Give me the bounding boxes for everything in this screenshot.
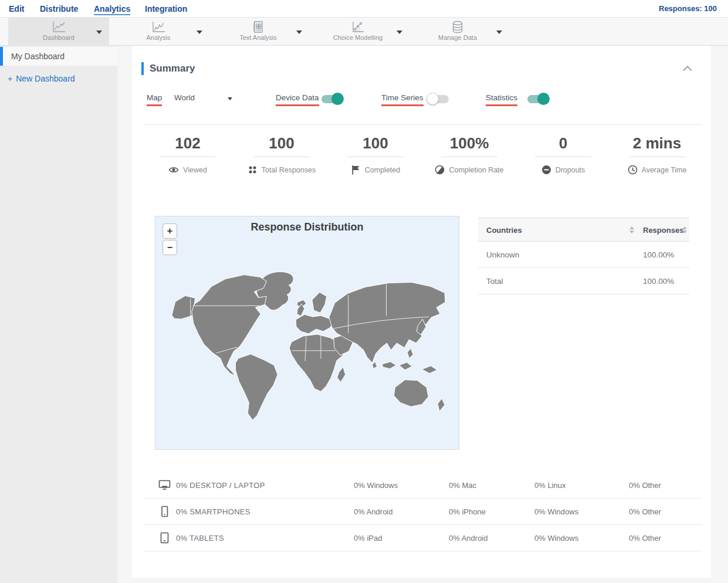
stat-value: 2 mins xyxy=(610,134,704,152)
map-sumatra xyxy=(382,362,397,369)
device-data-label[interactable]: Device Data xyxy=(276,93,319,106)
sort-icon[interactable] xyxy=(682,226,688,234)
sort-icon[interactable] xyxy=(629,226,635,234)
time-series-label[interactable]: Time Series xyxy=(381,93,424,106)
map-zoom-in-button[interactable]: + xyxy=(162,223,177,239)
database-icon xyxy=(450,21,465,33)
toolbar-manage-data-button[interactable]: Manage Data xyxy=(417,18,499,46)
responses-count: Responses: 100 xyxy=(659,2,717,15)
nav-item-analytics[interactable]: Analytics xyxy=(94,2,130,15)
stat-completed: 100 Completed xyxy=(329,134,422,175)
device-stat: 0% Windows xyxy=(534,525,578,551)
tablet-icon xyxy=(158,532,171,544)
stat-label: Viewed xyxy=(183,166,207,174)
device-data-toggle[interactable] xyxy=(321,95,343,103)
device-stat: 0% Windows xyxy=(354,472,398,499)
responses-column-header[interactable]: Responses xyxy=(643,218,683,242)
toolbar-analysis-label: Analysis xyxy=(117,34,199,41)
toolbar-manage-data-label: Manage Data xyxy=(417,34,499,41)
new-dashboard-label: New Dashboard xyxy=(16,74,75,83)
device-stat: 0% Other xyxy=(629,525,661,551)
toolbar-choice-modelling-button[interactable]: Choice Modelling xyxy=(317,18,399,46)
document-grid-icon xyxy=(250,21,266,33)
stat-average-time: 2 mins Average Time xyxy=(610,134,704,175)
toolbar-dashboard-label: Dashboard xyxy=(18,34,100,41)
nav-item-distribute[interactable]: Distribute xyxy=(40,2,78,15)
chevron-up-icon[interactable] xyxy=(682,66,693,72)
device-breakdown-table: 0% DESKTOP / LAPTOP 0% Windows 0% Mac 0%… xyxy=(144,472,702,551)
stat-label: Dropouts xyxy=(556,166,585,174)
nav-item-edit[interactable]: Edit xyxy=(9,2,24,15)
toggle-knob xyxy=(426,93,439,105)
stat-label: Average Time xyxy=(642,166,687,174)
stat-divider xyxy=(253,157,310,157)
table-row: 0% TABLETS 0% iPad 0% Android 0% Windows… xyxy=(144,525,702,551)
dashboard-dropdown-caret-icon[interactable] xyxy=(96,30,102,34)
device-stat: 0% Android xyxy=(449,525,488,551)
stat-value: 100 xyxy=(329,134,422,152)
toolbar-dashboard-button[interactable]: Dashboard xyxy=(18,18,100,46)
world-map[interactable] xyxy=(155,216,459,449)
device-stat: 0% iPad xyxy=(354,525,382,551)
summary-accent-bar xyxy=(141,62,144,75)
countries-table-header: Countries Responses xyxy=(478,218,689,242)
manage-data-dropdown-caret-icon[interactable] xyxy=(496,30,502,34)
table-row: 0% SMARTPHONES 0% Android 0% iPhone 0% W… xyxy=(144,499,702,525)
map-new-guinea xyxy=(422,366,437,374)
country-responses: 100.00% xyxy=(643,242,674,268)
map-region-select[interactable]: World xyxy=(174,93,195,102)
toggle-knob xyxy=(331,93,344,105)
map-madagascar xyxy=(337,367,346,382)
country-name: Unknown xyxy=(486,242,519,268)
analytics-toolbar: Dashboard Analysis Text Analysis xyxy=(0,18,728,46)
statistics-toggle[interactable] xyxy=(527,95,548,103)
device-category-label: 0% TABLETS xyxy=(176,525,224,551)
map-europe xyxy=(296,314,334,334)
stat-viewed: 102 Viewed xyxy=(141,134,235,175)
map-new-zealand xyxy=(438,398,445,411)
stat-dropouts: 0 Dropouts xyxy=(516,134,610,175)
desktop-icon xyxy=(158,479,171,491)
top-nav: Edit Distribute Analytics Integration Re… xyxy=(0,0,728,18)
dots-grid-icon xyxy=(248,165,258,175)
stat-value: 0 xyxy=(516,134,610,152)
stat-value: 100% xyxy=(422,134,516,152)
plus-icon: + xyxy=(8,74,12,83)
countries-column-header[interactable]: Countries xyxy=(486,218,522,242)
stat-divider xyxy=(160,157,216,157)
toolbar-choice-modelling-label: Choice Modelling xyxy=(317,34,399,41)
eye-icon xyxy=(168,165,179,175)
device-stat: 0% Mac xyxy=(449,472,476,499)
new-dashboard-button[interactable]: +New Dashboard xyxy=(8,74,75,83)
device-stat: 0% Windows xyxy=(534,499,578,525)
minus-circle-icon xyxy=(541,165,551,175)
stat-total-responses: 100 Total Responses xyxy=(235,134,329,175)
line-chart-icon xyxy=(151,21,166,33)
country-name: Total xyxy=(486,268,503,294)
toolbar-analysis-button[interactable]: Analysis xyxy=(117,18,199,46)
country-responses: 100.00% xyxy=(643,268,674,294)
response-distribution-map: Response Distribution + − xyxy=(155,216,459,450)
map-title: Response Distribution xyxy=(155,221,459,233)
map-zoom-out-button[interactable]: − xyxy=(162,240,177,255)
time-series-toggle[interactable] xyxy=(428,95,449,103)
map-region-caret-icon[interactable] xyxy=(228,97,232,100)
text-analysis-dropdown-caret-icon[interactable] xyxy=(296,30,302,34)
device-stat: 0% Other xyxy=(629,472,661,499)
stat-value: 102 xyxy=(141,134,235,152)
nav-item-integration[interactable]: Integration xyxy=(145,2,187,15)
map-philippines xyxy=(407,348,413,358)
scatter-line-icon xyxy=(350,21,365,33)
map-sri-lanka xyxy=(373,362,377,369)
choice-modelling-dropdown-caret-icon[interactable] xyxy=(397,30,402,34)
dashboard-sidebar: My Dashboard +New Dashboard xyxy=(0,46,117,583)
statistics-label[interactable]: Statistics xyxy=(486,93,517,106)
stat-label: Completion Rate xyxy=(449,166,503,174)
device-category-label: 0% SMARTPHONES xyxy=(176,499,250,525)
table-row: 0% DESKTOP / LAPTOP 0% Windows 0% Mac 0%… xyxy=(144,472,702,499)
toolbar-text-analysis-button[interactable]: Text Analysis xyxy=(217,18,299,46)
sidebar-item-my-dashboard[interactable]: My Dashboard xyxy=(0,47,117,66)
map-label[interactable]: Map xyxy=(147,93,162,106)
table-row: Total 100.00% xyxy=(478,268,689,294)
analysis-dropdown-caret-icon[interactable] xyxy=(197,30,202,34)
